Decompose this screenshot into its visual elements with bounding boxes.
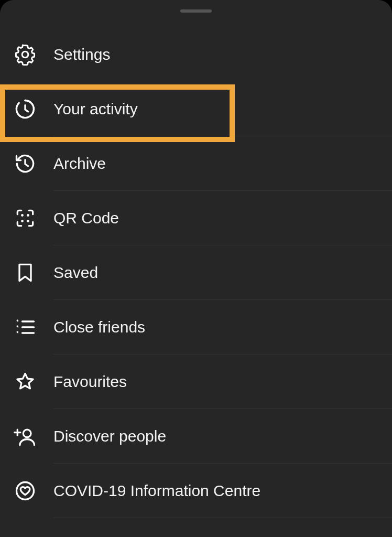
svg-point-4 <box>27 220 29 222</box>
menu-item-saved[interactable]: Saved <box>0 245 392 300</box>
menu-item-discover-people[interactable]: Discover people <box>0 409 392 464</box>
menu-item-archive[interactable]: Archive <box>0 136 392 191</box>
menu-item-your-activity[interactable]: Your activity <box>0 82 392 136</box>
history-icon <box>13 151 38 176</box>
svg-point-1 <box>21 214 24 217</box>
menu-item-label: Archive <box>53 155 106 173</box>
svg-point-0 <box>22 51 28 58</box>
menu-item-label: COVID-19 Information Centre <box>53 482 260 500</box>
activity-clock-icon <box>13 96 38 122</box>
bookmark-icon <box>13 260 38 285</box>
menu-item-qr-code[interactable]: QR Code <box>0 191 392 245</box>
menu-item-label: Your activity <box>53 100 138 118</box>
menu-item-label: Settings <box>53 46 110 63</box>
star-icon <box>13 369 38 394</box>
svg-point-3 <box>21 220 24 222</box>
menu-list: Settings Your activity <box>0 27 392 518</box>
menu-item-label: QR Code <box>53 209 119 227</box>
svg-point-11 <box>17 482 34 500</box>
close-friends-icon <box>13 315 38 340</box>
menu-item-label: Close friends <box>53 318 145 336</box>
qr-code-icon <box>13 206 38 231</box>
menu-item-close-friends[interactable]: Close friends <box>0 300 392 355</box>
menu-item-label: Saved <box>53 264 98 282</box>
menu-item-covid-info[interactable]: COVID-19 Information Centre <box>0 464 392 518</box>
menu-item-label: Discover people <box>53 427 166 445</box>
sheet-drag-handle[interactable] <box>180 9 212 13</box>
heart-circle-icon <box>13 478 38 503</box>
menu-item-favourites[interactable]: Favourites <box>0 355 392 409</box>
menu-item-label: Favourites <box>53 373 127 391</box>
svg-point-8 <box>23 429 31 437</box>
bottom-sheet: Settings Your activity <box>0 0 392 537</box>
svg-point-2 <box>27 214 29 217</box>
gear-icon <box>13 42 38 67</box>
discover-people-icon <box>13 424 38 449</box>
menu-item-settings[interactable]: Settings <box>0 27 392 82</box>
